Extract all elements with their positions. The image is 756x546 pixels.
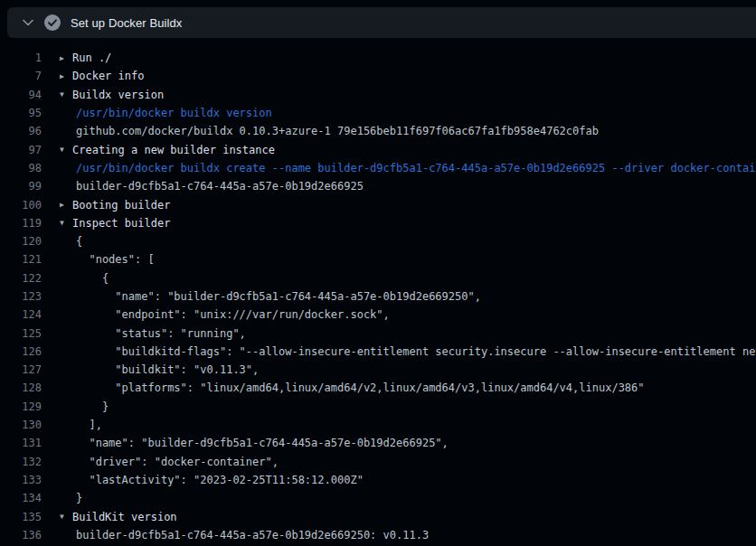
line-number[interactable]: 94 (0, 89, 42, 101)
step-title: Set up Docker Buildx (71, 16, 182, 30)
line-number[interactable]: 99 (0, 180, 42, 193)
log-text: { (76, 272, 109, 285)
log-text: /usr/bin/docker buildx create --name bui… (76, 162, 756, 174)
log-output: "status": "running", (60, 327, 246, 340)
triangle-right-icon: ▶ (60, 72, 72, 80)
line-number[interactable]: 124 (0, 308, 42, 321)
line-number[interactable]: 126 (0, 345, 42, 358)
log-text: Inspect builder (72, 217, 170, 230)
log-text: Docker info (72, 70, 144, 82)
log-text: /usr/bin/docker buildx version (76, 107, 272, 119)
log-line: 135 ▼BuildKit version (0, 507, 756, 525)
line-number[interactable]: 120 (0, 235, 42, 248)
line-number[interactable]: 96 (0, 125, 42, 137)
log-text: "nodes": [ (76, 253, 155, 266)
log-line: 126 "buildkitd-flags": "--allow-insecure… (0, 343, 756, 361)
log-line: 129 } (0, 398, 756, 416)
line-number[interactable]: 95 (0, 107, 42, 119)
line-number[interactable]: 97 (0, 144, 42, 156)
log-group-header[interactable]: ▶Booting builder (60, 199, 170, 212)
log-text: "status": "running", (76, 327, 246, 340)
line-number[interactable]: 128 (0, 381, 42, 394)
log-output: "lastActivity": "2023-02-25T11:58:12.000… (60, 474, 364, 486)
triangle-right-icon: ▶ (60, 201, 72, 209)
log-group-header[interactable]: ▼Inspect builder (60, 217, 170, 230)
log-group-header[interactable]: ▼BuildKit version (60, 511, 177, 523)
log-text: builder-d9cfb5a1-c764-445a-a57e-0b19d2e6… (76, 180, 364, 193)
line-number[interactable]: 129 (0, 400, 42, 413)
line-number[interactable]: 98 (0, 162, 42, 174)
log-line: 121 "nodes": [ (0, 250, 756, 268)
log-command: /usr/bin/docker buildx version (60, 107, 272, 119)
log-text: BuildKit version (72, 511, 177, 523)
line-number[interactable]: 123 (0, 290, 42, 303)
log-text: "name": "builder-d9cfb5a1-c764-445a-a57e… (76, 290, 481, 303)
log-line: 123 "name": "builder-d9cfb5a1-c764-445a-… (0, 287, 756, 306)
log-output: "buildkitd-flags": "--allow-insecure-ent… (60, 345, 756, 358)
check-circle-icon (44, 14, 61, 31)
line-number[interactable]: 122 (0, 272, 42, 285)
log-text: } (76, 492, 82, 504)
log-line: 125 "status": "running", (0, 324, 756, 342)
log-text: "buildkit": "v0.11.3", (76, 363, 259, 376)
log-text: Booting builder (72, 199, 170, 212)
log-line: 130 ], (0, 416, 756, 434)
line-number[interactable]: 121 (0, 253, 42, 266)
log-line: 131 "name": "builder-d9cfb5a1-c764-445a-… (0, 434, 756, 452)
log-output: builder-d9cfb5a1-c764-445a-a57e-0b19d2e6… (60, 180, 364, 193)
log-line: 97 ▼Creating a new builder instance (0, 140, 756, 158)
line-number[interactable]: 1 (0, 52, 42, 64)
line-number[interactable]: 119 (0, 217, 42, 230)
log-line: 119 ▼Inspect builder (0, 214, 756, 232)
line-number[interactable]: 100 (0, 199, 42, 212)
log-line: 100 ▶Booting builder (0, 195, 756, 213)
line-number[interactable]: 130 (0, 419, 42, 431)
log-output: github.com/docker/buildx 0.10.3+azure-1 … (60, 125, 599, 137)
line-number[interactable]: 135 (0, 511, 42, 523)
log-group-header[interactable]: ▼Buildx version (60, 89, 164, 101)
log-text: "driver": "docker-container", (76, 456, 279, 468)
line-number[interactable]: 134 (0, 492, 42, 504)
log-text: "name": "builder-d9cfb5a1-c764-445a-a57e… (76, 437, 449, 449)
log-group-header[interactable]: ▶Run ./ (60, 52, 111, 64)
step-header[interactable]: Set up Docker Buildx (7, 7, 756, 38)
log-text: github.com/docker/buildx 0.10.3+azure-1 … (76, 125, 599, 137)
log-output: } (60, 492, 82, 504)
log-line: 133 "lastActivity": "2023-02-25T11:58:12… (0, 471, 756, 489)
line-number[interactable]: 127 (0, 363, 42, 376)
line-number[interactable]: 125 (0, 327, 42, 340)
chevron-down-icon[interactable] (22, 16, 34, 29)
log-group-header[interactable]: ▶Docker info (60, 70, 144, 82)
log-text: "lastActivity": "2023-02-25T11:58:12.000… (76, 474, 364, 486)
log-line: 136 builder-d9cfb5a1-c764-445a-a57e-0b19… (0, 526, 756, 544)
line-number[interactable]: 133 (0, 474, 42, 486)
line-number[interactable]: 131 (0, 437, 42, 449)
log-line: 96 github.com/docker/buildx 0.10.3+azure… (0, 122, 756, 140)
log-line: 98 /usr/bin/docker buildx create --name … (0, 159, 756, 177)
log-text: Buildx version (72, 89, 164, 101)
log-line: 99 builder-d9cfb5a1-c764-445a-a57e-0b19d… (0, 177, 756, 195)
triangle-down-icon: ▼ (60, 146, 72, 154)
triangle-down-icon: ▼ (60, 219, 72, 227)
line-number[interactable]: 136 (0, 529, 42, 541)
line-number[interactable]: 132 (0, 456, 42, 468)
log-text: Run ./ (72, 52, 111, 64)
log-text: "buildkitd-flags": "--allow-insecure-ent… (76, 345, 756, 358)
log-line: 122 { (0, 269, 756, 287)
log-group-header[interactable]: ▼Creating a new builder instance (60, 144, 275, 156)
log-line: 95 /usr/bin/docker buildx version (0, 104, 756, 122)
log-line: 1 ▶Run ./ (0, 49, 756, 67)
log-area: 1 ▶Run ./ 7 ▶Docker info 94 ▼Buildx vers… (0, 38, 756, 544)
log-text: } (76, 400, 109, 413)
log-text: Creating a new builder instance (72, 144, 275, 156)
log-text: "endpoint": "unix:///var/run/docker.sock… (76, 308, 390, 321)
log-line: 134 } (0, 489, 756, 507)
log-line: 7 ▶Docker info (0, 67, 756, 85)
log-text: ], (76, 419, 102, 431)
log-line: 120 { (0, 232, 756, 250)
log-output: "driver": "docker-container", (60, 456, 279, 468)
line-number[interactable]: 7 (0, 70, 42, 82)
log-command: /usr/bin/docker buildx create --name bui… (60, 162, 756, 174)
triangle-down-icon: ▼ (60, 90, 72, 99)
log-output: "name": "builder-d9cfb5a1-c764-445a-a57e… (60, 437, 449, 449)
